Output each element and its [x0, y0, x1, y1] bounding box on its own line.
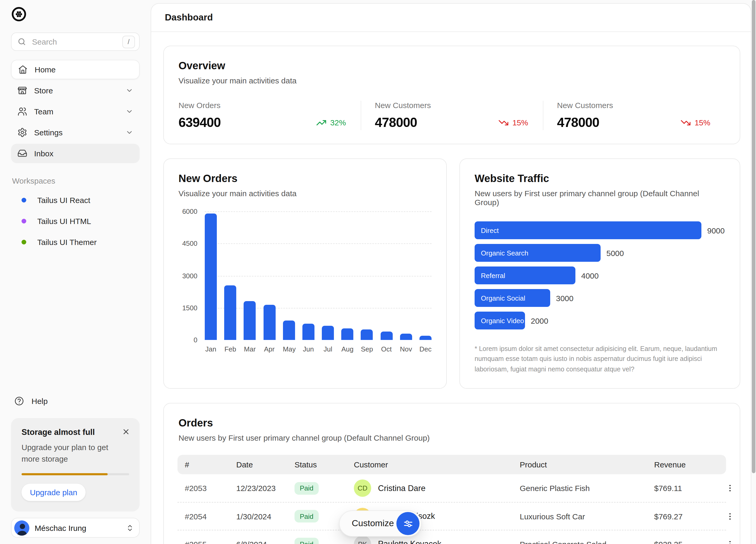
workspace-item-tailus-ui-themer[interactable]: Tailus UI Themer: [11, 233, 140, 251]
bar-chart: 60004500300015000: [179, 212, 432, 340]
workspace-item-tailus-ui-html[interactable]: Tailus UI HTML: [11, 212, 140, 230]
x-tick-label: Jun: [302, 345, 314, 353]
dashboard-app: / Home Store T: [0, 0, 756, 544]
gear-icon: [17, 128, 27, 138]
vertical-scrollbar[interactable]: [752, 0, 755, 473]
sidebar-item-label: Settings: [34, 128, 125, 137]
customize-button[interactable]: Customize: [339, 510, 422, 537]
search-input[interactable]: [31, 37, 122, 47]
help-circle-icon: [14, 396, 24, 406]
table-header-row: #DateStatusCustomerProductRevenue: [177, 455, 726, 474]
y-tick-label: 4500: [182, 240, 197, 248]
app-logo[interactable]: [11, 6, 27, 22]
stat-trend-value: 15%: [512, 118, 528, 127]
cell-customer: CDCristina Dare: [354, 479, 520, 497]
bar-mar: [244, 301, 256, 340]
x-tick-label: Feb: [224, 345, 236, 353]
row-menu-button[interactable]: [723, 510, 737, 523]
chevron-down-icon: [125, 108, 133, 115]
sidebar-item-settings[interactable]: Settings: [11, 123, 140, 142]
bar-jun: [302, 324, 314, 340]
column-header-product: Product: [520, 460, 654, 469]
customer-avatar: PK: [354, 535, 371, 544]
sidebar-item-home[interactable]: Home: [11, 60, 140, 79]
stat-trend-value: 15%: [695, 118, 710, 127]
traffic-footnote: * Lorem ipsum dolor sit amet consectetur…: [475, 344, 725, 374]
page-title: Dashboard: [165, 12, 213, 23]
bar-jan: [205, 214, 217, 340]
customer-name: Paulette Kovacek: [378, 539, 441, 544]
column-header-id: #: [185, 460, 236, 469]
sidebar-item-label: Team: [34, 107, 125, 116]
main-panel: Dashboard Overview Visualize your main a…: [151, 3, 751, 544]
avatar: [14, 520, 29, 535]
store-icon: [17, 86, 27, 96]
sidebar-item-label: Store: [34, 86, 125, 95]
status-badge: Paid: [295, 538, 319, 544]
x-tick-label: Jan: [205, 345, 217, 353]
traffic-row-organic-video: Organic Video2000: [475, 311, 725, 329]
traffic-bar-value: 2000: [531, 316, 548, 325]
orders-table: #DateStatusCustomerProductRevenue #20531…: [177, 455, 726, 544]
bar-may: [283, 320, 295, 340]
cell-product: Practical Concrete Salad: [520, 540, 654, 544]
cell-status: Paid: [295, 482, 354, 494]
table-row: #20556/8/2024PaidPKPaulette KovacekPract…: [177, 530, 726, 544]
stat-new-customers: New Customers47800015%: [361, 101, 543, 130]
workspace-dot: [22, 219, 26, 223]
row-menu-button[interactable]: [723, 537, 737, 544]
y-tick-label: 3000: [182, 272, 197, 279]
traffic-row-direct: Direct9000: [475, 222, 725, 239]
stat-label: New Customers: [375, 101, 528, 110]
trending-up-icon: [316, 117, 327, 128]
y-tick-label: 0: [194, 336, 197, 344]
x-tick-label: Jul: [322, 345, 334, 353]
workspace-item-tailus-ui-react[interactable]: Tailus UI React: [11, 191, 140, 209]
x-tick-label: Mar: [244, 345, 256, 353]
website-traffic-card: Website Traffic New users by First user …: [459, 159, 740, 389]
table-row: #20541/30/2024PaidCWChester WisozkLuxuri…: [177, 502, 726, 530]
sidebar-nav: Home Store Team: [11, 60, 140, 165]
stat-new-orders: New Orders63940032%: [179, 101, 361, 130]
traffic-bar-label: Organic Social: [481, 294, 525, 302]
chart-subtitle: New users by First user primary channel …: [475, 189, 725, 207]
new-orders-chart-card: New Orders Visualize your main activitie…: [163, 159, 447, 389]
x-tick-label: Aug: [341, 345, 353, 353]
sidebar-item-team[interactable]: Team: [11, 102, 140, 121]
cell-order-id: #2053: [185, 484, 236, 493]
stat-value: 478000: [375, 115, 417, 130]
cell-order-id: #2054: [185, 512, 236, 521]
customize-settings-button[interactable]: [396, 512, 419, 535]
search-icon: [17, 37, 26, 46]
cell-status: Paid: [295, 538, 354, 544]
table-body: #205312/23/2023PaidCDCristina DareGeneri…: [177, 474, 726, 544]
stat-trend: 32%: [316, 117, 346, 128]
cell-revenue: $928.25: [654, 540, 723, 544]
upgrade-plan-button[interactable]: Upgrade plan: [22, 484, 86, 501]
traffic-bar: Organic Search: [475, 244, 601, 262]
customize-label: Customize: [352, 518, 394, 529]
sidebar-item-store[interactable]: Store: [11, 81, 140, 100]
workspace-label: Tailus UI HTML: [37, 217, 91, 225]
storage-progress-track: [22, 473, 129, 475]
stat-value: 478000: [557, 115, 599, 130]
storage-alert-title: Storage almost full: [22, 427, 129, 437]
sidebar-item-inbox[interactable]: Inbox: [11, 144, 140, 163]
help-button[interactable]: Help: [11, 392, 140, 410]
stat-value: 639400: [179, 115, 221, 130]
main-content: Overview Visualize your main activities …: [151, 32, 751, 544]
traffic-bar: Organic Social: [475, 289, 550, 307]
close-icon[interactable]: [120, 425, 132, 438]
user-menu[interactable]: Méschac Irung: [11, 518, 140, 538]
traffic-bar: Direct: [475, 222, 701, 239]
bar-sep: [361, 329, 373, 340]
row-menu-button[interactable]: [723, 482, 737, 495]
cell-product: Luxurious Soft Car: [520, 512, 654, 521]
workspace-dot: [22, 198, 26, 202]
column-header-status: Status: [295, 460, 354, 469]
stat-label: New Customers: [557, 101, 710, 110]
orders-subtitle: New users by First user primary channel …: [179, 433, 725, 442]
workspace-dot: [22, 240, 26, 244]
bars: [205, 212, 432, 340]
customer-avatar: CD: [354, 479, 371, 497]
